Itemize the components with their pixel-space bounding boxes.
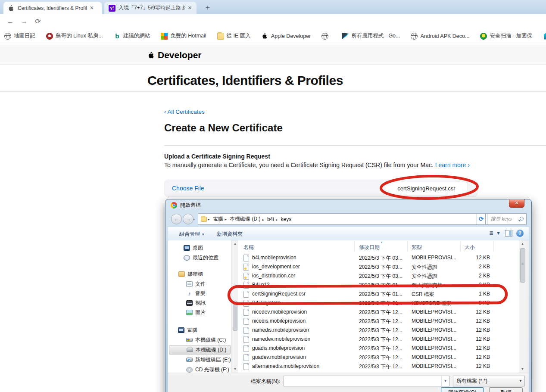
column-size[interactable]: 大小 [465, 244, 475, 251]
chevron-down-icon[interactable]: ▼ [441, 376, 449, 386]
nav-item-cd-f[interactable]: CD 光碟機 (F:) [186, 365, 229, 373]
file-list-scrollbar[interactable]: ▲ ▼ [519, 240, 526, 373]
nav-item-pictures[interactable]: 圖片 [186, 308, 206, 317]
column-type[interactable]: 類型 [412, 244, 422, 251]
file-name: afternamedis.mobileprovision [252, 363, 351, 369]
breadcrumb-computer[interactable]: 電腦 [207, 215, 224, 223]
file-type-select[interactable]: 所有檔案 (*.*) ▼ [453, 376, 525, 386]
views-menu-icon[interactable]: ≣ ▼ [489, 230, 501, 236]
bookmark-item[interactable]: 從 IE 匯入 [217, 32, 251, 40]
scroll-down-icon[interactable]: ▼ [232, 366, 238, 373]
dialog-address-row: ← → ▾ 電腦 本機磁碟 (D:) b4i keys ▼ ⟳ 搜尋 keys [165, 211, 531, 227]
tab-news[interactable]: y! 入境「7+7」5/9零時起上路 維持 ✕ [104, 2, 197, 14]
nav-item-videos[interactable]: 視訊 [186, 298, 206, 308]
new-tab-button[interactable]: + [202, 3, 214, 12]
organize-menu[interactable]: 組合管理 ▼ [179, 230, 205, 238]
file-row[interactable]: namedev.mobileprovision 2022/5/3 下午 12..… [238, 335, 519, 344]
tab-certificates[interactable]: Certificates, Identifiers & Profile ✕ [3, 2, 102, 14]
file-row[interactable]: b4i.mobileprovision 2022/5/3 下午 03... MO… [238, 253, 519, 262]
file-row[interactable]: nicedev.mobileprovision 2022/5/3 下午 12..… [238, 308, 519, 317]
file-row[interactable]: namedis.mobileprovision 2022/5/3 下午 12..… [238, 326, 519, 335]
apple-developer-logo[interactable]: Developer [147, 50, 202, 60]
file-date: 2022/5/3 下午 12... [359, 345, 410, 352]
dialog-search-input[interactable]: 搜尋 keys [487, 213, 527, 225]
dialog-forward-icon[interactable]: → [183, 214, 193, 224]
bookmark-item[interactable]: 鳥哥的 Linux 私房... [46, 32, 103, 40]
refresh-icon[interactable]: ⟳ [477, 213, 486, 225]
bookmark-item[interactable]: Apple Developer [262, 33, 311, 40]
file-icon [243, 363, 249, 370]
file-name: guadev.mobileprovision [252, 354, 351, 360]
scrollbar-thumb[interactable] [520, 248, 525, 283]
tab-strip: Certificates, Identifiers & Profile ✕ y!… [0, 0, 546, 14]
breadcrumb-b4i[interactable]: b4i [261, 216, 275, 222]
breadcrumb-drive-d[interactable]: 本機磁碟 (D:) [224, 215, 262, 223]
dialog-close-button[interactable]: ✕ [509, 199, 524, 208]
bookmark-item[interactable]: 所有應用程式 - Go... [342, 32, 400, 40]
help-icon[interactable]: ? [516, 230, 524, 237]
bookmark-item[interactable]: Android APK Deco... [411, 33, 469, 40]
scroll-up-icon[interactable]: ▲ [519, 240, 526, 247]
all-certificates-link[interactable]: ‹ All Certificates [164, 109, 205, 115]
new-folder-button[interactable]: 新增資料夾 [217, 230, 243, 238]
globe-icon [321, 33, 328, 40]
bookmark-item[interactable]: b 建議的網站 [114, 32, 150, 40]
breadcrumb[interactable]: 電腦 本機磁碟 (D:) b4i keys ▼ [198, 213, 508, 225]
cancel-button[interactable]: 取消 [489, 387, 523, 392]
scroll-up-icon[interactable]: ▲ [232, 240, 238, 247]
learn-more-link[interactable]: Learn more › [435, 162, 470, 168]
choose-file-button[interactable]: Choose File [172, 180, 204, 196]
nav-item-music[interactable]: ♪ 音樂 [186, 289, 206, 298]
file-row[interactable]: afternamedis.mobileprovision 2022/5/3 下午… [238, 362, 519, 371]
forward-icon[interactable]: → [19, 16, 29, 27]
history-dropdown-icon[interactable]: ▾ [193, 218, 195, 221]
reload-icon[interactable]: ⟳ [33, 16, 43, 27]
file-date: 2022/5/3 下午 03... [359, 255, 410, 262]
nav-item-disk-e[interactable]: 新增磁碟區 (E:) [186, 355, 231, 364]
nav-item-libraries[interactable]: 媒體櫃 [178, 269, 203, 279]
dialog-titlebar[interactable]: 開啟舊檔 [171, 202, 201, 209]
column-date-modified[interactable]: 修改日期 [359, 244, 380, 251]
file-name-input[interactable]: ▼ [284, 376, 449, 386]
file-row[interactable]: guadev.mobileprovision 2022/5/3 下午 12...… [238, 353, 519, 362]
file-row[interactable]: B4i.p12 2022/5/3 下午 01... 個人資訊交換 2 KB [238, 280, 519, 289]
nav-item-documents[interactable]: 文件 [186, 279, 206, 289]
column-name[interactable]: 名稱 [243, 244, 254, 251]
scrollbar-thumb[interactable] [233, 301, 237, 331]
open-file-dialog: 開啟舊檔 ✕ ← → ▾ 電腦 本機磁碟 (D:) b4i keys ▼ ⟳ 搜… [165, 199, 531, 392]
back-icon[interactable]: ← [5, 16, 16, 27]
tab-close-icon[interactable]: ✕ [187, 5, 193, 12]
open-button[interactable]: 開啟舊檔(O) [441, 387, 484, 392]
bookmark-item[interactable]: B4X Commur [543, 33, 546, 40]
dialog-back-icon[interactable]: ← [171, 214, 182, 224]
file-date: 2022/5/3 下午 12... [359, 327, 410, 334]
tab-close-icon[interactable]: ✕ [88, 5, 95, 12]
upload-csr-title: Upload a Certificate Signing Request [164, 153, 270, 160]
file-row[interactable]: ios_development.cer 2022/5/3 下午 03... 安全… [238, 262, 519, 271]
file-row[interactable]: nicedis.mobileprovision 2022/5/3 下午 12..… [238, 317, 519, 326]
nav-item-recent-places[interactable]: 最近的位置 [184, 253, 218, 262]
bookmark-item[interactable]: 地圖日記 [4, 32, 35, 40]
navigation-scrollbar[interactable]: ▲ ▼ [231, 240, 238, 373]
nav-item-computer[interactable]: 電腦 [178, 325, 197, 335]
file-icon [243, 354, 249, 361]
file-size: 12 KB [453, 318, 490, 324]
file-row[interactable]: ios_distribution.cer 2022/5/3 下午 03... 安… [238, 271, 519, 280]
bookmark-item[interactable] [321, 33, 331, 40]
file-row[interactable]: guadis.mobileprovision 2022/5/3 下午 12...… [238, 344, 519, 353]
bookmark-item[interactable]: 安全扫描 - 加固保 [480, 32, 532, 40]
file-row[interactable]: B4i.keystore 2022/5/3 下午 01... KEYSTORE … [238, 299, 519, 308]
pictures-icon [186, 310, 193, 315]
preview-pane-icon[interactable] [505, 230, 512, 236]
nav-item-disk-d-selected[interactable]: 本機磁碟 (D:) [169, 345, 231, 355]
chosen-filename-field[interactable]: certSigningRequest.csr [385, 182, 468, 195]
file-date: 2022/5/3 下午 12... [359, 354, 410, 361]
nav-item-disk-c[interactable]: 本機磁碟 (C:) [186, 335, 226, 345]
scroll-down-icon[interactable]: ▼ [519, 366, 526, 373]
bookmark-item[interactable]: 免費的 Hotmail [161, 32, 206, 40]
globe-icon [411, 33, 418, 40]
nav-item-desktop[interactable]: 桌面 [184, 243, 203, 252]
chevron-down-icon: ▼ [517, 376, 524, 386]
breadcrumb-keys[interactable]: keys [275, 216, 292, 222]
file-row[interactable]: certSigningRequest.csr 2022/5/3 下午 01...… [238, 289, 519, 299]
